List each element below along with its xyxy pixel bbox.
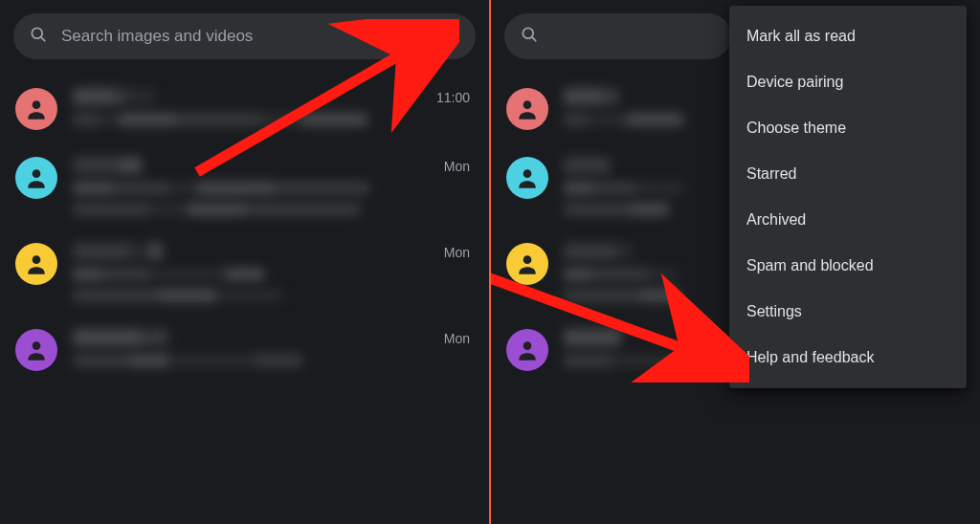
menu-item-mark-all-read[interactable]: Mark all as read xyxy=(729,13,967,59)
conversation-list: 11:00 Mon Mon xyxy=(0,75,489,384)
svg-point-12 xyxy=(523,100,532,109)
svg-point-15 xyxy=(523,341,532,350)
more-vert-icon xyxy=(440,28,457,45)
pane-right: Mark all as read Device pairing Choose t… xyxy=(491,0,980,524)
conversation-list xyxy=(491,75,731,384)
search-icon xyxy=(520,25,539,48)
svg-point-14 xyxy=(523,255,532,264)
list-item[interactable]: Mon xyxy=(0,143,489,229)
list-item[interactable]: Mon xyxy=(0,316,489,384)
list-item[interactable] xyxy=(491,229,731,316)
svg-point-3 xyxy=(448,35,451,38)
avatar xyxy=(15,157,57,199)
svg-point-6 xyxy=(33,169,41,178)
menu-item-label: Choose theme xyxy=(746,120,846,137)
avatar xyxy=(15,88,57,130)
avatar xyxy=(506,243,548,285)
svg-point-13 xyxy=(523,169,532,178)
menu-item-settings[interactable]: Settings xyxy=(729,289,967,335)
menu-item-label: Settings xyxy=(746,303,802,320)
search-bar[interactable]: Search images and videos xyxy=(13,13,476,59)
avatar xyxy=(506,329,548,371)
svg-line-1 xyxy=(41,37,45,41)
list-item[interactable]: Mon xyxy=(0,229,489,316)
svg-point-5 xyxy=(33,100,41,109)
list-item[interactable]: 11:00 xyxy=(0,75,489,143)
menu-item-label: Help and feedback xyxy=(746,349,874,366)
pane-left: Search images and videos 11:00 xyxy=(0,0,489,524)
menu-item-starred[interactable]: Starred xyxy=(729,151,967,197)
svg-point-8 xyxy=(33,341,41,350)
svg-line-11 xyxy=(532,37,536,41)
avatar xyxy=(506,88,548,130)
time-label: 11:00 xyxy=(436,90,470,105)
search-bar[interactable] xyxy=(504,13,731,59)
avatar xyxy=(506,157,548,199)
menu-item-label: Device pairing xyxy=(746,74,843,91)
time-label: Mon xyxy=(444,331,470,346)
menu-item-help-feedback[interactable]: Help and feedback xyxy=(729,335,967,381)
menu-item-label: Starred xyxy=(746,165,796,183)
menu-item-choose-theme[interactable]: Choose theme xyxy=(729,105,967,151)
search-icon xyxy=(29,25,48,48)
overflow-menu: Mark all as read Device pairing Choose t… xyxy=(729,6,967,388)
avatar xyxy=(15,329,57,371)
more-options-button[interactable] xyxy=(428,15,470,57)
menu-item-label: Archived xyxy=(746,211,806,229)
menu-item-label: Spam and blocked xyxy=(746,257,874,274)
list-item[interactable] xyxy=(491,75,731,143)
menu-item-device-pairing[interactable]: Device pairing xyxy=(729,59,967,105)
list-item[interactable] xyxy=(491,316,731,384)
svg-point-4 xyxy=(448,40,451,43)
menu-item-archived[interactable]: Archived xyxy=(729,197,967,243)
menu-item-label: Mark all as read xyxy=(746,28,856,45)
time-label: Mon xyxy=(444,159,470,174)
svg-point-2 xyxy=(448,30,451,33)
avatar xyxy=(15,243,57,285)
search-placeholder: Search images and videos xyxy=(61,27,428,46)
time-label: Mon xyxy=(444,245,470,260)
svg-point-7 xyxy=(33,255,41,264)
list-item[interactable] xyxy=(491,143,731,229)
menu-item-spam-blocked[interactable]: Spam and blocked xyxy=(729,243,967,289)
